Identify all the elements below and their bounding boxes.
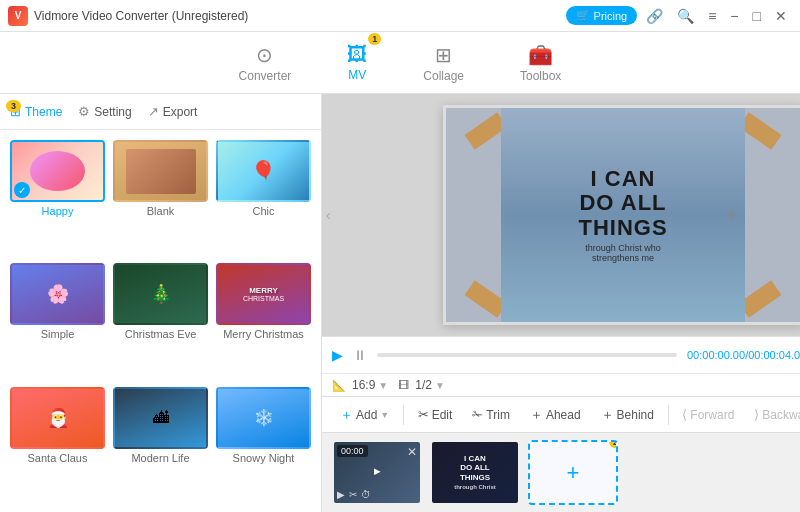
scroll-left-icon[interactable]: ‹ (326, 207, 331, 223)
filmstrip: ▶ 00:00 ✕ ▶ ✂ ⏱ I CAN DO (322, 432, 800, 512)
preview-center: I CAN DO ALL THINGS through Christ who s… (501, 108, 745, 322)
theme-santa-claus[interactable]: 🎅 Santa Claus (10, 387, 105, 502)
tab-toolbox[interactable]: 🧰 Toolbox (512, 39, 569, 87)
backward-button[interactable]: ⟩ Backward (746, 403, 800, 426)
behind-button[interactable]: ＋ Behind (593, 402, 662, 428)
theme-thumb-christmas-eve: 🎄 (113, 263, 208, 325)
panel-tab-export[interactable]: ↗ Export (148, 102, 198, 121)
theme-thumb-happy: ✓ (10, 140, 105, 202)
film-play-icon-1[interactable]: ▶ (337, 489, 345, 500)
tab-mv[interactable]: 1 🖼 MV (339, 39, 375, 86)
theme-modern-life[interactable]: 🏙 Modern Life (113, 387, 208, 502)
theme-check-icon: ✓ (14, 182, 30, 198)
panel-tabs: ⊞ Theme ⚙ Setting ↗ Export (0, 94, 321, 130)
preview-plus-icon[interactable]: + (725, 204, 737, 227)
theme-christmas-eve[interactable]: 🎄 Christmas Eve (113, 263, 208, 378)
theme-chic[interactable]: 🎈 Chic (216, 140, 311, 255)
ratio-container: 📐 16:9 ▼ (332, 378, 388, 392)
ahead-button[interactable]: ＋ Ahead (522, 402, 589, 428)
trim-icon: ✁ (472, 407, 483, 422)
app-title: Vidmore Video Converter (Unregistered) (34, 9, 248, 23)
time-display: 00:00:00.00/00:00:04.00 (687, 349, 800, 361)
titlebar: V Vidmore Video Converter (Unregistered)… (0, 0, 800, 32)
theme-grid: ✓ Happy Blank 🎈 Chi (0, 130, 321, 512)
edit-icon: ✂ (418, 407, 429, 422)
forward-button[interactable]: ⟨ Forward (674, 403, 742, 426)
tab-collage[interactable]: ⊞ Collage (415, 39, 472, 87)
film-close-1[interactable]: ✕ (407, 445, 417, 459)
theme-label-christmas-eve: Christmas Eve (125, 328, 197, 340)
theme-label-chic: Chic (252, 205, 274, 217)
quality-icon: 🎞 (398, 379, 409, 391)
film-clip-1[interactable]: ▶ 00:00 ✕ ▶ ✂ ⏱ (332, 440, 422, 505)
quality-select[interactable]: 1/2 ▼ (415, 378, 445, 392)
preview-area: ‹ I CAN DO ALL THINGS (322, 94, 800, 336)
titlebar-right: 🛒 Pricing 🔗 🔍 ≡ − □ ✕ (566, 6, 792, 26)
theme-label-blank: Blank (147, 205, 175, 217)
trim-button[interactable]: ✁ Trim (464, 403, 518, 426)
settings-bar: 📐 16:9 ▼ 🎞 1/2 ▼ (322, 373, 800, 396)
preview-sub-text: through Christ who strengthens me (578, 243, 667, 263)
theme-thumb-chic: 🎈 (216, 140, 311, 202)
export-icon: ↗ (148, 104, 159, 119)
theme-label-happy: Happy (42, 205, 74, 217)
theme-label-simple: Simple (41, 328, 75, 340)
backward-icon: ⟩ (754, 407, 759, 422)
progress-bar[interactable] (377, 353, 677, 357)
theme-blank[interactable]: Blank (113, 140, 208, 255)
menu-icon-btn[interactable]: ≡ (703, 6, 721, 26)
theme-label-snowy-night: Snowy Night (233, 452, 295, 464)
preview-frame: I CAN DO ALL THINGS through Christ who s… (443, 105, 800, 325)
ahead-icon: ＋ (530, 406, 543, 424)
tab-converter[interactable]: ⊙ Converter (231, 39, 300, 87)
theme-thumb-snowy-night: ❄️ (216, 387, 311, 449)
quality-arrow: ▼ (435, 380, 445, 391)
search-icon-btn[interactable]: 🔍 (672, 6, 699, 26)
link-icon-btn[interactable]: 🔗 (641, 6, 668, 26)
add-plus-icon: + (567, 460, 580, 486)
ratio-select[interactable]: 16:9 ▼ (352, 378, 388, 392)
film-text-overlay-2: I CAN DO ALL THINGS through Christ (432, 442, 518, 503)
add-badge: 2 (609, 440, 618, 448)
pause-button[interactable]: ⏸ (353, 347, 367, 363)
close-button[interactable]: ✕ (770, 6, 792, 26)
panel-badge: 3 (6, 100, 21, 112)
play-button[interactable]: ▶ (332, 347, 343, 363)
theme-thumb-modern-life: 🏙 (113, 387, 208, 449)
film-cut-icon-1[interactable]: ✂ (349, 489, 357, 500)
theme-snowy-night[interactable]: ❄️ Snowy Night (216, 387, 311, 502)
edit-button[interactable]: ✂ Edit (410, 403, 461, 426)
ratio-icon: 📐 (332, 379, 346, 392)
panel-tab-setting[interactable]: ⚙ Setting (78, 102, 131, 121)
theme-label-merry-christmas: Merry Christmas (223, 328, 304, 340)
theme-simple[interactable]: 🌸 Simple (10, 263, 105, 378)
film-clock-icon-1[interactable]: ⏱ (361, 489, 371, 500)
film-add-item[interactable]: + 2 (528, 440, 618, 505)
theme-happy[interactable]: ✓ Happy (10, 140, 105, 255)
toolbox-icon: 🧰 (528, 43, 553, 67)
film-clip-2[interactable]: I CAN DO ALL THINGS through Christ (430, 440, 520, 505)
add-icon: ＋ (340, 406, 353, 424)
quality-container: 🎞 1/2 ▼ (398, 378, 445, 392)
pricing-button[interactable]: 🛒 Pricing (566, 6, 638, 25)
maximize-button[interactable]: □ (748, 6, 766, 26)
nav-tabs: ⊙ Converter 1 🖼 MV ⊞ Collage 🧰 Toolbox (0, 32, 800, 94)
setting-icon: ⚙ (78, 104, 90, 119)
forward-icon: ⟨ (682, 407, 687, 422)
theme-merry-christmas[interactable]: MERRY CHRISTMAS Merry Christmas (216, 263, 311, 378)
theme-label-santa-claus: Santa Claus (28, 452, 88, 464)
ratio-arrow: ▼ (378, 380, 388, 391)
left-panel: 3 ⊞ Theme ⚙ Setting ↗ Export (0, 94, 322, 512)
preview-text: I CAN DO ALL THINGS through Christ who s… (578, 167, 667, 263)
collage-icon: ⊞ (435, 43, 452, 67)
theme-thumb-santa-claus: 🎅 (10, 387, 105, 449)
add-button[interactable]: ＋ Add ▼ (332, 402, 397, 428)
converter-icon: ⊙ (256, 43, 273, 67)
behind-icon: ＋ (601, 406, 614, 424)
mv-badge: 1 (368, 33, 381, 45)
preview-content: I CAN DO ALL THINGS through Christ who s… (446, 108, 800, 322)
minimize-button[interactable]: − (725, 6, 743, 26)
theme-thumb-simple: 🌸 (10, 263, 105, 325)
titlebar-left: V Vidmore Video Converter (Unregistered) (8, 6, 248, 26)
film-controls-1: ▶ ✂ ⏱ (337, 489, 371, 500)
